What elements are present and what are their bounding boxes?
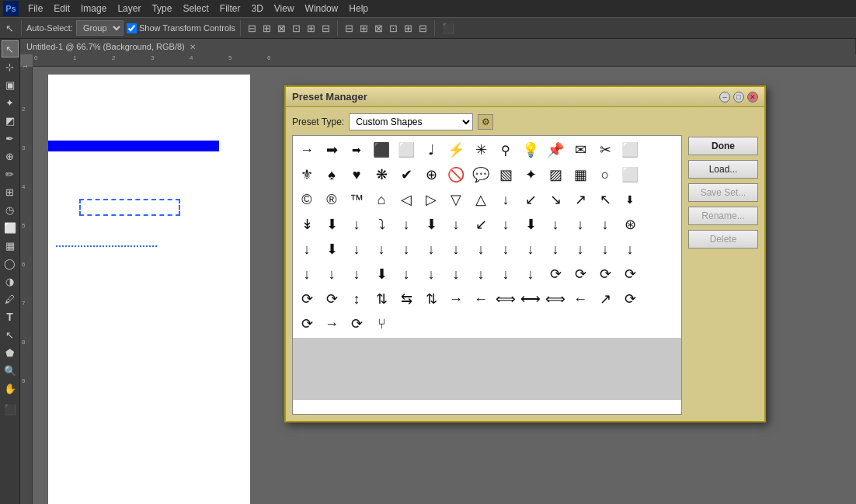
menu-3d[interactable]: 3D — [246, 2, 267, 16]
shape-arr4-1[interactable]: ⟳ — [618, 262, 642, 287]
shape-arr3-14[interactable]: ⟳ — [593, 262, 618, 287]
align-center-v-icon[interactable]: ⊞ — [260, 22, 273, 35]
shape-arr4-4[interactable]: ↕ — [344, 287, 369, 311]
shape-square-2[interactable]: ⬜ — [618, 162, 642, 187]
tool-shape[interactable]: ⬟ — [2, 344, 19, 361]
shape-arr5-4[interactable]: → — [319, 311, 344, 336]
shape-arrow-right-bold[interactable]: ➡ — [319, 137, 344, 162]
tool-move[interactable]: ↖ — [2, 40, 19, 57]
tool-history[interactable]: ◷ — [2, 201, 19, 218]
tool-gradient[interactable]: ▦ — [2, 237, 19, 254]
dist-top-icon[interactable]: ⊟ — [343, 22, 356, 35]
dist-left-icon[interactable]: ⊡ — [387, 22, 400, 35]
shape-tri-left[interactable]: ◁ — [394, 187, 419, 212]
shape-down-arr-13[interactable]: ↓ — [568, 212, 593, 237]
shape-light-bulb[interactable]: 💡 — [518, 137, 543, 162]
shape-arr3-11[interactable]: ↓ — [518, 262, 543, 287]
shape-scissors[interactable]: ✂ — [593, 137, 618, 162]
shape-down-arr-1[interactable]: ⬇ — [618, 187, 642, 212]
shape-tri-up[interactable]: △ — [468, 187, 493, 212]
arrange-icon[interactable]: ⬛ — [440, 22, 457, 35]
tool-marquee[interactable]: ⊹ — [2, 58, 19, 75]
load-button[interactable]: Load... — [688, 160, 758, 179]
shape-house[interactable]: ⌂ — [369, 187, 394, 212]
tool-brush[interactable]: ✏ — [2, 165, 19, 182]
shape-arr4-7[interactable]: ⇅ — [419, 287, 444, 311]
shape-lightning[interactable]: ⚡ — [444, 137, 468, 162]
shape-arr3-8[interactable]: ↓ — [444, 262, 468, 287]
tool-pen[interactable]: 🖊 — [2, 290, 19, 308]
shape-copyright[interactable]: © — [294, 187, 319, 212]
shape-grid[interactable]: ▦ — [568, 162, 593, 187]
shape-arr3-12[interactable]: ⟳ — [543, 262, 568, 287]
shape-down-arr-8[interactable]: ↓ — [444, 212, 468, 237]
shape-arr5-6[interactable]: ⑂ — [369, 311, 394, 336]
done-button[interactable]: Done — [688, 137, 758, 155]
dist-bottom-icon[interactable]: ⊠ — [372, 22, 385, 35]
shape-tri-right[interactable]: ▷ — [419, 187, 444, 212]
dist-center-icon[interactable]: ⊞ — [357, 22, 371, 35]
shape-arr3-3[interactable]: ↓ — [319, 262, 344, 287]
shape-arr4-11[interactable]: ⟷ — [518, 287, 543, 311]
shape-arr2-6[interactable]: ↓ — [394, 237, 419, 262]
menu-type[interactable]: Type — [147, 2, 176, 16]
shape-arr3-7[interactable]: ↓ — [419, 262, 444, 287]
tool-fg-bg[interactable]: ⬛ — [2, 401, 19, 418]
shape-down-arr-2[interactable]: ↡ — [294, 212, 319, 237]
delete-button[interactable]: Delete — [688, 230, 758, 249]
shape-arr2-7[interactable]: ↓ — [419, 237, 444, 262]
tool-eraser[interactable]: ⬜ — [2, 219, 19, 236]
shape-pin[interactable]: 📌 — [543, 137, 568, 162]
shape-rect-outline[interactable]: ⬜ — [618, 137, 642, 162]
shape-arr2-11[interactable]: ↓ — [518, 237, 543, 262]
menu-help[interactable]: Help — [344, 2, 373, 16]
shape-down-arr-14[interactable]: ↓ — [593, 212, 618, 237]
shape-arr3-2[interactable]: ↓ — [294, 262, 319, 287]
tool-magic-wand[interactable]: ✦ — [2, 94, 19, 111]
shape-arrow-right-wide[interactable]: ➡ — [344, 137, 369, 162]
align-right-icon[interactable]: ⊟ — [319, 22, 332, 35]
shape-down-arr-10[interactable]: ↓ — [493, 212, 518, 237]
menu-window[interactable]: Window — [301, 2, 343, 16]
dialog-close-btn[interactable]: ✕ — [747, 92, 758, 103]
tool-blur[interactable]: ◯ — [2, 255, 19, 272]
shape-arrow-right-tail[interactable]: ⬛ — [369, 137, 394, 162]
shape-arr2-1[interactable]: ⊛ — [618, 212, 642, 237]
shape-arr2-3[interactable]: ⬇ — [319, 237, 344, 262]
shape-down-arr-3[interactable]: ⬇ — [319, 212, 344, 237]
shape-square[interactable]: ⬜ — [394, 137, 419, 162]
shape-arrow-down-1[interactable]: ↓ — [493, 187, 518, 212]
shape-arrow-right[interactable]: → — [294, 137, 319, 162]
shapes-grid-container[interactable]: → ➡ ➡ ⬛ ⬜ ♩ ⚡ ✳ ⚲ 💡 📌 ✉ ✂ — [292, 135, 682, 415]
shape-arr2-9[interactable]: ↓ — [468, 237, 493, 262]
shape-down-arr-12[interactable]: ↓ — [543, 212, 568, 237]
shape-arr2-2[interactable]: ↓ — [294, 237, 319, 262]
shape-arr4-5[interactable]: ⇅ — [369, 287, 394, 311]
shape-music-note[interactable]: ♩ — [419, 137, 444, 162]
gear-settings-btn[interactable]: ⚙ — [478, 114, 493, 130]
menu-layer[interactable]: Layer — [113, 2, 145, 16]
shape-arr4-12[interactable]: ⟺ — [543, 287, 568, 311]
align-left-icon[interactable]: ⊡ — [290, 22, 303, 35]
tool-dodge[interactable]: ◑ — [2, 273, 19, 290]
menu-image[interactable]: Image — [76, 2, 111, 16]
dialog-maximize-btn[interactable]: □ — [733, 92, 744, 103]
tool-zoom[interactable]: 🔍 — [2, 362, 19, 379]
shape-arr4-3[interactable]: ⟳ — [319, 287, 344, 311]
shape-arr3-9[interactable]: ↓ — [468, 262, 493, 287]
shape-arr3-13[interactable]: ⟳ — [568, 262, 593, 287]
shape-down-arr-9[interactable]: ↙ — [468, 212, 493, 237]
shape-arr4-6[interactable]: ⇆ — [394, 287, 419, 311]
shape-arr4-9[interactable]: ← — [468, 287, 493, 311]
auto-select-dropdown[interactable]: Group Layer — [76, 20, 124, 36]
shape-arr2-12[interactable]: ↓ — [543, 237, 568, 262]
shape-fleur[interactable]: ⚜ — [294, 162, 319, 187]
shape-down-arr-7[interactable]: ⬇ — [419, 212, 444, 237]
shape-arr3-5[interactable]: ⬇ — [369, 262, 394, 287]
shape-arr4-2[interactable]: ⟳ — [294, 287, 319, 311]
menu-select[interactable]: Select — [178, 2, 213, 16]
shape-arr5-1[interactable]: ↗ — [593, 287, 618, 311]
shape-arr2-8[interactable]: ↓ — [444, 237, 468, 262]
shape-arr4-8[interactable]: → — [444, 287, 468, 311]
shape-arr5-3[interactable]: ⟳ — [294, 311, 319, 336]
